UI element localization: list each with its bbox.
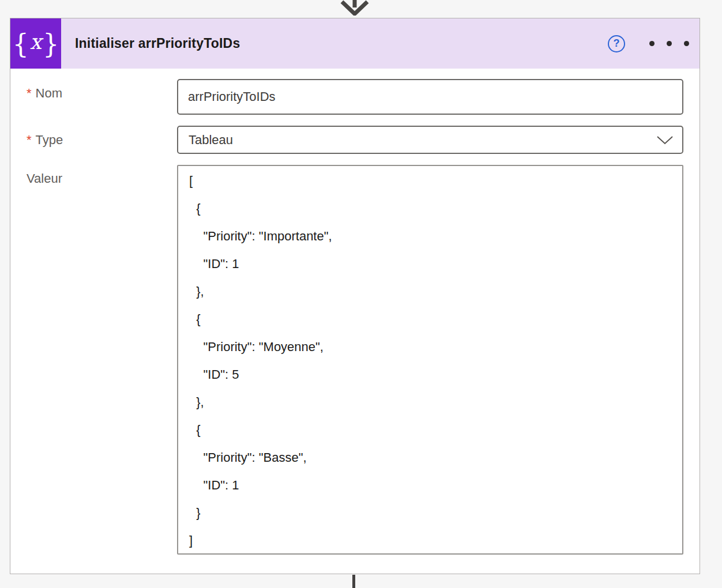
fx-x-glyph: x xyxy=(29,32,43,56)
type-label: *Type xyxy=(27,133,63,148)
valeur-textarea[interactable]: [ { "Priority": "Importante", "ID": 1 },… xyxy=(177,165,683,555)
chevron-down-icon xyxy=(657,136,673,145)
action-card-header[interactable]: { x } Initialiser arrPriorityToIDs ? xyxy=(10,18,700,69)
variable-fx-icon: { x } xyxy=(10,18,61,69)
valeur-label: Valeur xyxy=(27,171,62,186)
nom-input-value: arrPriorityToIDs xyxy=(188,89,276,104)
action-title: Initialiser arrPriorityToIDs xyxy=(75,36,240,51)
fx-close-brace: } xyxy=(43,30,59,56)
required-marker: * xyxy=(27,133,32,147)
valeur-label-text: Valeur xyxy=(27,171,62,186)
nom-label: *Nom xyxy=(27,86,62,101)
action-card-body: *Nom arrPriorityToIDs *Type Tableau Vale… xyxy=(10,69,700,574)
ellipsis-menu-icon[interactable] xyxy=(647,35,691,52)
help-glyph: ? xyxy=(614,37,620,50)
ellipsis-dot xyxy=(684,41,689,46)
action-card-initialize-variable: { x } Initialiser arrPriorityToIDs ? *No… xyxy=(10,18,700,574)
header-actions: ? xyxy=(608,35,700,52)
type-dropdown[interactable]: Tableau xyxy=(177,126,683,154)
connector-line xyxy=(352,575,355,588)
help-icon[interactable]: ? xyxy=(608,35,625,52)
ellipsis-dot xyxy=(649,41,655,46)
ellipsis-dot xyxy=(667,41,672,46)
nom-label-text: Nom xyxy=(36,86,62,100)
nom-input[interactable]: arrPriorityToIDs xyxy=(177,79,683,115)
required-marker: * xyxy=(27,86,32,100)
fx-open-brace: { xyxy=(13,30,29,56)
type-label-text: Type xyxy=(36,133,63,147)
connector-down-arrow-icon xyxy=(339,0,371,16)
type-dropdown-value: Tableau xyxy=(189,133,233,148)
